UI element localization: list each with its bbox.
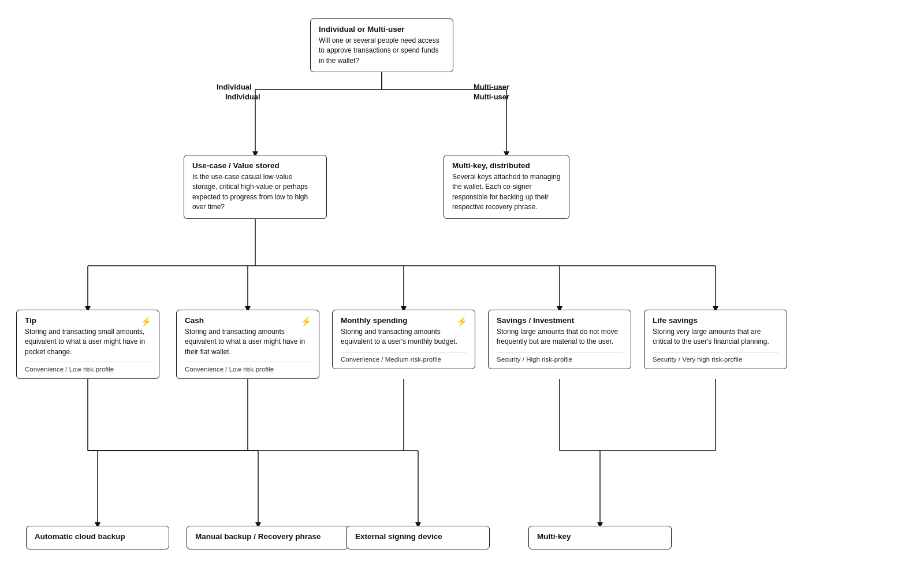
node-monthly: ⚡ Monthly spending Storing and transacti… [332, 310, 475, 369]
node-root: Individual or Multi-user Will one or sev… [310, 18, 453, 72]
connector-lines [0, 0, 924, 587]
node-root-title: Individual or Multi-user [319, 25, 445, 34]
node-root-desc: Will one or several people need access t… [319, 36, 445, 66]
node-monthly-footer: Convenience / Medium risk-profile [341, 352, 467, 363]
node-savings-title: Savings / Investment [497, 316, 623, 325]
node-cash: ⚡ Cash Storing and transacting amounts e… [176, 310, 319, 379]
node-savings-footer: Security / High risk-profile [497, 352, 623, 363]
node-auto-backup-title: Automatic cloud backup [35, 532, 161, 541]
node-tip-desc: Storing and transacting small amounts, e… [25, 327, 151, 357]
node-monthly-desc: Storing and transacting amounts equivale… [341, 327, 467, 347]
node-monthly-title: Monthly spending [341, 316, 467, 325]
node-savings-desc: Storing large amounts that do not move f… [497, 327, 623, 347]
node-ext-signing-title: External signing device [355, 532, 481, 541]
label-multiuser: Multi-user [474, 92, 509, 101]
node-multikey-dist: Multi-key, distributed Several keys atta… [444, 155, 569, 219]
node-tip-footer: Convenience / Low risk-profile [25, 362, 151, 373]
node-lifesavings: Life savings Storing very large amounts … [644, 310, 787, 369]
label-individual: Individual [225, 92, 260, 101]
node-multikey-dist-title: Multi-key, distributed [452, 161, 561, 170]
node-multikey-dist-desc: Several keys attached to managing the wa… [452, 172, 561, 213]
lightning-icon-cash: ⚡ [300, 316, 312, 327]
label-individual-text: Individual [217, 83, 252, 91]
node-usecase: Use-case / Value stored Is the use-case … [184, 155, 327, 219]
node-cash-footer: Convenience / Low risk-profile [185, 362, 311, 373]
node-manual-backup-title: Manual backup / Recovery phrase [195, 532, 340, 541]
lightning-icon-monthly: ⚡ [456, 316, 468, 327]
label-multiuser-text: Multi-user [474, 83, 509, 91]
node-usecase-title: Use-case / Value stored [192, 161, 318, 170]
node-cash-title: Cash [185, 316, 311, 325]
node-tip: ⚡ Tip Storing and transacting small amou… [16, 310, 159, 379]
node-savings: Savings / Investment Storing large amoun… [488, 310, 631, 369]
lightning-icon-tip: ⚡ [140, 316, 152, 327]
node-multikey: Multi-key [528, 526, 672, 549]
node-cash-desc: Storing and transacting amounts equivale… [185, 327, 311, 357]
node-auto-backup: Automatic cloud backup [26, 526, 169, 549]
diagram: Individual Multi-user Individual or Mult… [0, 0, 924, 587]
node-lifesavings-title: Life savings [653, 316, 778, 325]
node-manual-backup: Manual backup / Recovery phrase [187, 526, 348, 549]
node-usecase-desc: Is the use-case casual low-value storage… [192, 172, 318, 213]
node-lifesavings-desc: Storing very large amounts that are crit… [653, 327, 778, 347]
node-ext-signing: External signing device [346, 526, 490, 549]
node-multikey-title: Multi-key [537, 532, 663, 541]
node-tip-title: Tip [25, 316, 151, 325]
node-lifesavings-footer: Security / Very high risk-profile [653, 352, 778, 363]
